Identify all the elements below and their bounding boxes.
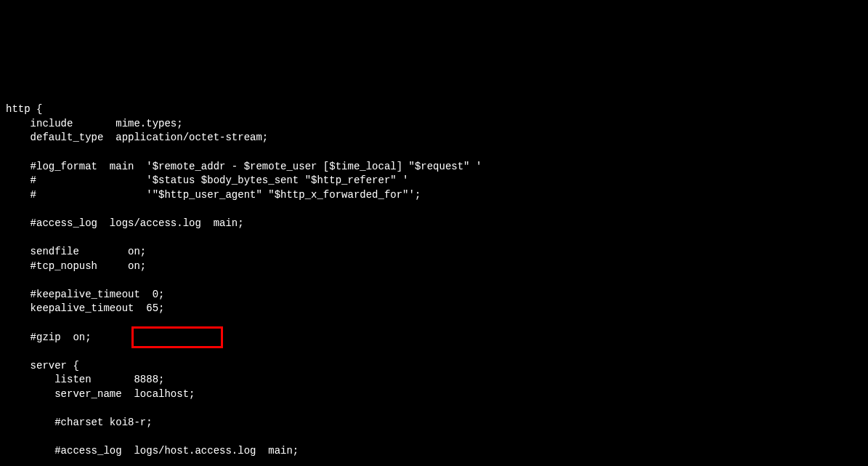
code-line: # '"$http_user_agent" "$http_x_forwarded… — [6, 188, 862, 203]
code-line: #keepalive_timeout 0; — [6, 288, 862, 302]
code-line — [6, 316, 862, 331]
code-line: #access_log logs/access.log main; — [6, 217, 862, 231]
code-line: http { — [6, 103, 862, 117]
code-line — [6, 459, 862, 466]
code-line: sendfile on; — [6, 245, 862, 260]
code-block: http { include mime.types; default_type … — [6, 60, 862, 466]
code-line — [6, 345, 862, 359]
code-line — [6, 430, 862, 445]
code-line — [6, 402, 862, 417]
code-line — [6, 231, 862, 246]
code-line — [6, 145, 862, 160]
code-line: #tcp_nopush on; — [6, 260, 862, 274]
code-line: #gzip on; — [6, 331, 862, 345]
code-line: include mime.types; — [6, 117, 862, 132]
code-line — [6, 273, 862, 288]
code-line: #charset koi8-r; — [6, 416, 862, 430]
code-line: server { — [6, 359, 862, 374]
code-line: keepalive_timeout 65; — [6, 302, 862, 316]
code-line: server_name localhost; — [6, 387, 862, 402]
code-line — [6, 202, 862, 217]
code-line: default_type application/octet-stream; — [6, 131, 862, 145]
code-line: #access_log logs/host.access.log main; — [6, 444, 862, 459]
code-line: listen 8888; — [6, 373, 862, 387]
code-line: #log_format main '$remote_addr - $remote… — [6, 160, 862, 174]
code-line: # '$status $body_bytes_sent "$http_refer… — [6, 174, 862, 188]
